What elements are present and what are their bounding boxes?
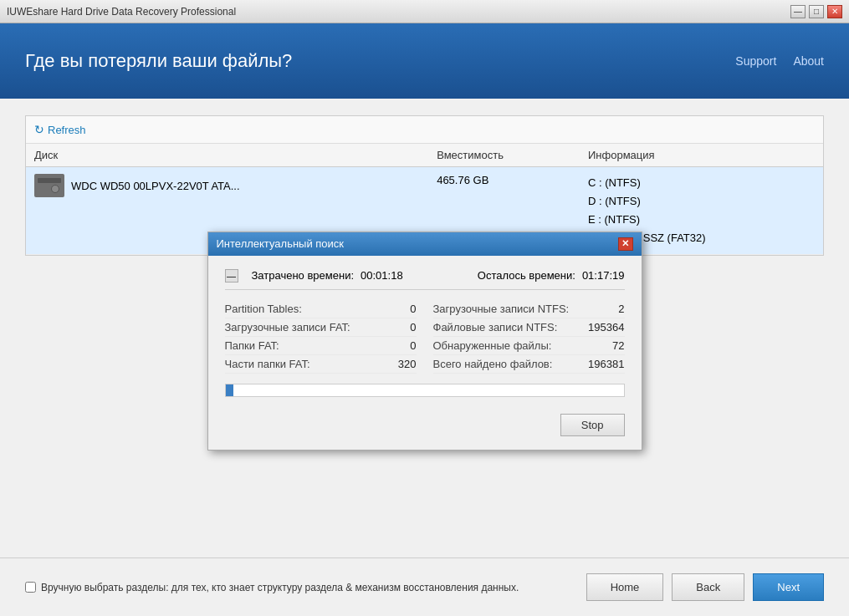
page-title: Где вы потеряли ваши файлы? xyxy=(25,50,292,72)
time-spent-label: Затрачено времени: xyxy=(252,269,355,282)
manual-partition-checkbox[interactable] xyxy=(25,582,36,593)
stat-label-2: Папки FAT: xyxy=(225,339,279,352)
stat-rlabel-1: Файловые записи NTFS: xyxy=(433,321,558,333)
progress-bar-container xyxy=(225,384,625,397)
checkbox-text: Вручную выбрать разделы: для тех, кто зн… xyxy=(41,582,519,593)
stat-rlabel-3: Всего найдено файлов: xyxy=(433,358,553,370)
col-disk: Диск xyxy=(26,144,428,167)
hdd-icon xyxy=(34,174,64,197)
title-bar: IUWEshare Hard Drive Data Recovery Profe… xyxy=(0,0,849,23)
col-capacity: Вместимость xyxy=(428,144,580,167)
home-button[interactable]: Home xyxy=(586,573,664,601)
time-spent-value: 00:01:18 xyxy=(361,269,403,282)
maximize-button[interactable]: □ xyxy=(809,5,824,18)
stat-rvalue-1: 195364 xyxy=(588,321,624,333)
stat-ntfs-files: Файловые записи NTFS: 195364 xyxy=(433,318,625,337)
stat-rlabel-2: Обнаруженные файлы: xyxy=(433,339,552,352)
time-left-label: Осталось времени: xyxy=(478,269,575,282)
refresh-icon: ↻ xyxy=(34,123,44,136)
stat-found-files: Обнаруженные файлы: 72 xyxy=(433,337,625,355)
progress-bar-fill xyxy=(226,384,234,396)
dialog-title: Интеллектуальный поиск xyxy=(217,237,345,250)
time-left-value: 01:17:19 xyxy=(582,269,625,282)
footer-right: Home Back Next xyxy=(586,573,824,601)
info-line-c: C : (NTFS) xyxy=(588,174,815,192)
stats-right: Загрузочные записи NTFS: 2 Файловые запи… xyxy=(433,300,625,374)
stat-rvalue-3: 196381 xyxy=(588,358,624,370)
stat-fat-boot: Загрузочные записи FAT: 0 xyxy=(225,318,417,337)
stop-button[interactable]: Stop xyxy=(560,414,625,436)
footer-left: Вручную выбрать разделы: для тех, кто зн… xyxy=(25,582,519,593)
stat-value-1: 0 xyxy=(410,321,416,333)
stat-fat-folders: Папки FAT: 0 xyxy=(225,337,417,355)
header-nav: Support About xyxy=(735,54,824,68)
stat-rlabel-0: Загрузочные записи NTFS: xyxy=(433,303,570,315)
refresh-button[interactable]: ↻ Refresh xyxy=(34,123,815,136)
stat-fat-folder-parts: Части папки FAT: 320 xyxy=(225,355,417,374)
stat-value-0: 0 xyxy=(410,303,416,315)
info-line-d: D : (NTFS) xyxy=(588,192,815,211)
minimize-button[interactable]: — xyxy=(790,5,806,18)
stat-value-2: 0 xyxy=(410,339,416,352)
stats-left: Partition Tables: 0 Загрузочные записи F… xyxy=(225,300,417,374)
info-line-e: E : (NTFS) xyxy=(588,211,815,229)
dialog-minimize-btn[interactable]: — xyxy=(225,269,238,283)
stat-rvalue-0: 2 xyxy=(618,303,624,315)
refresh-label: Refresh xyxy=(48,124,86,136)
back-button[interactable]: Back xyxy=(672,573,744,601)
stat-label-3: Части папки FAT: xyxy=(225,358,310,370)
dialog-close-button[interactable]: ✕ xyxy=(618,237,633,251)
stats-section: Partition Tables: 0 Загрузочные записи F… xyxy=(225,300,625,374)
disk-name: WDC WD50 00LPVX-22V0T ATA... xyxy=(71,180,240,192)
app-footer: Вручную выбрать разделы: для тех, кто зн… xyxy=(0,557,849,616)
app-header: Где вы потеряли ваши файлы? Support Abou… xyxy=(0,23,849,99)
stat-value-3: 320 xyxy=(398,358,417,370)
close-button[interactable]: ✕ xyxy=(827,5,842,18)
dialog-footer: Stop xyxy=(225,410,625,436)
stat-partition-tables: Partition Tables: 0 xyxy=(225,300,417,318)
stat-rvalue-2: 72 xyxy=(612,339,624,352)
search-dialog: Интеллектуальный поиск ✕ — Затрачено вре… xyxy=(207,232,642,451)
stat-label-1: Загрузочные записи FAT: xyxy=(225,321,350,333)
app-title: IUWEshare Hard Drive Data Recovery Profe… xyxy=(7,6,236,18)
stat-label-0: Partition Tables: xyxy=(225,303,302,315)
stat-ntfs-boot: Загрузочные записи NTFS: 2 xyxy=(433,300,625,318)
window-controls: — □ ✕ xyxy=(790,5,842,18)
col-info: Информация xyxy=(580,144,823,167)
manual-partition-label[interactable]: Вручную выбрать разделы: для тех, кто зн… xyxy=(25,582,519,593)
stat-total-files: Всего найдено файлов: 196381 xyxy=(433,355,625,374)
disk-toolbar: ↻ Refresh xyxy=(26,116,823,144)
dialog-titlebar: Интеллектуальный поиск ✕ xyxy=(208,232,642,256)
about-link[interactable]: About xyxy=(793,54,824,68)
support-link[interactable]: Support xyxy=(735,54,776,68)
next-button[interactable]: Next xyxy=(753,573,824,601)
dialog-body: — Затрачено времени: 00:01:18 Осталось в… xyxy=(208,256,642,450)
